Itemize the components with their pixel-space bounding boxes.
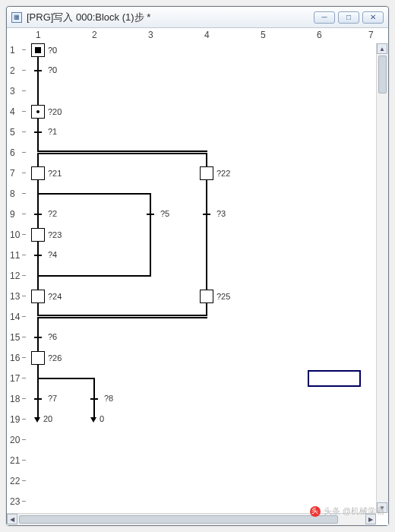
col-label: 5	[261, 30, 266, 40]
step-label: ?26	[48, 353, 62, 363]
col-label: 2	[92, 30, 97, 40]
row-label: 4	[10, 106, 15, 127]
row-label: 7	[10, 168, 15, 188]
scroll-left-button[interactable]: ◀	[7, 514, 17, 524]
row-label: 1	[10, 45, 15, 65]
sfc-link	[37, 365, 39, 378]
editor-window: ▦ [PRG]写入 000:Block (1)步 * ─ □ ✕ 1 2 3 4…	[6, 6, 389, 526]
sfc-canvas[interactable]: ?0 ?0 ?20 ?1 ?21 ?22	[27, 45, 376, 513]
chevron-up-icon: ▲	[379, 46, 385, 52]
minimize-icon: ─	[321, 13, 327, 21]
row-label: 22	[10, 476, 20, 496]
sfc-link	[93, 378, 95, 398]
transition-label: ?1	[48, 127, 57, 136]
step-initial-0[interactable]	[31, 43, 45, 57]
sfc-link	[37, 180, 39, 193]
selection-cursor[interactable]	[308, 370, 361, 387]
close-icon: ✕	[370, 13, 376, 21]
col-label: 6	[317, 30, 322, 40]
sfc-link	[206, 180, 207, 214]
sfc-link	[93, 400, 95, 417]
window-title: [PRG]写入 000:Block (1)步 *	[27, 11, 314, 24]
sfc-link	[206, 215, 207, 290]
step-26[interactable]	[31, 351, 45, 365]
row-label: 20	[10, 435, 20, 455]
row-label: 11	[10, 250, 20, 271]
sfc-link	[37, 71, 39, 107]
step-24[interactable]	[31, 290, 45, 303]
step-label: ?0	[48, 46, 57, 55]
sfc-link	[37, 256, 39, 275]
row-label: 8	[10, 188, 15, 209]
sfc-link	[37, 119, 39, 131]
chevron-left-icon: ◀	[10, 516, 14, 523]
step-25[interactable]	[200, 290, 213, 303]
step-20[interactable]	[31, 105, 45, 119]
selection-diverge	[37, 378, 95, 379]
sfc-link	[37, 133, 39, 152]
step-label: ?25	[216, 292, 230, 301]
transition-label: ?5	[160, 209, 169, 218]
sfc-link	[37, 318, 39, 337]
client-area: 1 2 3 4 5 6 7 1 2 3 4 5 6 7 8 9 10 11 12…	[7, 28, 388, 525]
scroll-thumb[interactable]	[19, 515, 338, 524]
chevron-right-icon: ▶	[368, 516, 373, 523]
row-label: 16	[10, 353, 20, 373]
step-22[interactable]	[200, 166, 213, 180]
row-label: 6	[10, 147, 15, 168]
step-label: ?23	[48, 230, 62, 239]
jump-arrow-icon	[90, 417, 96, 423]
scroll-up-button[interactable]: ▲	[377, 43, 387, 54]
col-label: 7	[368, 30, 374, 40]
app-icon: ▦	[11, 12, 22, 23]
row-label: 9	[10, 209, 15, 230]
chevron-down-icon: ▼	[379, 505, 385, 511]
transition-label: ?8	[104, 394, 113, 403]
row-label: 10	[10, 230, 20, 250]
row-label: 17	[10, 373, 20, 394]
scroll-down-button[interactable]: ▼	[377, 502, 387, 513]
row-label: 2	[10, 65, 15, 86]
scroll-thumb[interactable]	[378, 55, 387, 93]
maximize-icon: □	[346, 13, 351, 21]
row-label: 19	[10, 414, 20, 435]
step-23[interactable]	[31, 228, 45, 242]
parallel-converge	[37, 315, 207, 318]
step-label: ?21	[48, 169, 62, 178]
row-label: 15	[10, 332, 20, 353]
transition-label: ?6	[48, 332, 57, 341]
transition-label: ?3	[216, 209, 226, 218]
selection-converge	[37, 275, 151, 277]
maximize-button[interactable]: □	[338, 11, 359, 24]
sfc-link	[150, 193, 151, 214]
sfc-link	[37, 242, 39, 255]
titlebar[interactable]: ▦ [PRG]写入 000:Block (1)步 * ─ □ ✕	[7, 7, 388, 28]
column-ruler: 1 2 3 4 5 6 7	[27, 28, 376, 43]
step-21[interactable]	[31, 166, 45, 180]
sfc-link	[37, 400, 39, 417]
transition-label: ?0	[48, 65, 57, 74]
row-label: 13	[10, 291, 20, 312]
col-label: 3	[148, 30, 153, 40]
col-label: 4	[204, 30, 210, 40]
minimize-button[interactable]: ─	[314, 11, 335, 24]
jump-label: 20	[43, 414, 52, 423]
sfc-link	[37, 338, 39, 351]
transition-label: ?4	[48, 250, 57, 259]
vertical-scrollbar[interactable]: ▲ ▼	[376, 43, 388, 513]
sfc-link	[37, 378, 39, 398]
row-label: 3	[10, 86, 15, 106]
sfc-link	[37, 275, 39, 290]
row-label: 18	[10, 394, 20, 414]
step-label: ?24	[48, 292, 62, 301]
close-button[interactable]: ✕	[362, 11, 384, 24]
row-label: 12	[10, 271, 20, 291]
jump-arrow-icon	[34, 417, 40, 423]
horizontal-scrollbar[interactable]: ◀ ▶	[7, 513, 376, 525]
sfc-link	[150, 215, 151, 275]
row-label: 5	[10, 127, 15, 147]
row-label: 21	[10, 455, 20, 476]
parallel-diverge	[37, 150, 207, 154]
jump-label: 0	[100, 414, 104, 423]
scroll-right-button[interactable]: ▶	[365, 514, 376, 524]
